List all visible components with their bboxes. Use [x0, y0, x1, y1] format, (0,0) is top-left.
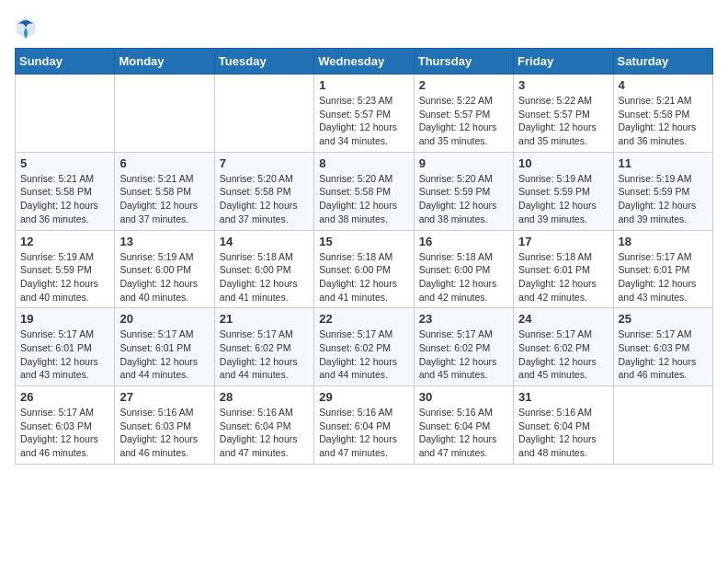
day-number: 22: [319, 312, 408, 326]
cell-sun-info: Sunrise: 5:17 AMSunset: 6:02 PMDaylight:…: [319, 327, 408, 382]
cell-sun-info: Sunrise: 5:18 AMSunset: 6:00 PMDaylight:…: [220, 250, 309, 304]
logo-icon: [15, 15, 37, 40]
calendar-cell: 1Sunrise: 5:23 AMSunset: 5:57 PMDaylight…: [314, 75, 414, 153]
day-number: 11: [619, 156, 708, 170]
calendar-week-row: 19Sunrise: 5:17 AMSunset: 6:01 PMDayligh…: [16, 308, 713, 386]
day-number: 27: [119, 390, 209, 404]
cell-sun-info: Sunrise: 5:19 AMSunset: 6:00 PMDaylight:…: [119, 250, 209, 304]
calendar-week-row: 12Sunrise: 5:19 AMSunset: 5:59 PMDayligh…: [16, 230, 713, 308]
calendar-cell: 8Sunrise: 5:20 AMSunset: 5:58 PMDaylight…: [314, 152, 414, 230]
cell-sun-info: Sunrise: 5:17 AMSunset: 6:01 PMDaylight:…: [619, 250, 708, 304]
day-number: 1: [319, 78, 408, 92]
day-number: 12: [20, 235, 109, 248]
calendar-week-row: 26Sunrise: 5:17 AMSunset: 6:03 PMDayligh…: [16, 386, 713, 465]
day-number: 30: [419, 390, 508, 404]
day-number: 15: [319, 235, 408, 248]
day-number: 17: [518, 235, 608, 248]
calendar-cell: [16, 75, 115, 153]
day-number: 20: [119, 312, 209, 326]
day-number: 9: [419, 156, 508, 170]
cell-sun-info: Sunrise: 5:16 AMSunset: 6:04 PMDaylight:…: [220, 406, 309, 460]
cell-sun-info: Sunrise: 5:17 AMSunset: 6:02 PMDaylight:…: [220, 327, 309, 382]
weekday-header-monday: Monday: [115, 49, 214, 75]
calendar-cell: 3Sunrise: 5:22 AMSunset: 5:57 PMDaylight…: [514, 75, 613, 153]
calendar-cell: 21Sunrise: 5:17 AMSunset: 6:02 PMDayligh…: [214, 308, 313, 386]
cell-sun-info: Sunrise: 5:20 AMSunset: 5:58 PMDaylight:…: [220, 172, 309, 226]
calendar-cell: 16Sunrise: 5:18 AMSunset: 6:00 PMDayligh…: [414, 230, 513, 308]
cell-sun-info: Sunrise: 5:20 AMSunset: 5:59 PMDaylight:…: [419, 172, 508, 226]
calendar-cell: 19Sunrise: 5:17 AMSunset: 6:01 PMDayligh…: [16, 308, 115, 386]
calendar-cell: 25Sunrise: 5:17 AMSunset: 6:03 PMDayligh…: [613, 308, 712, 386]
weekday-header-tuesday: Tuesday: [214, 49, 313, 75]
calendar-cell: 9Sunrise: 5:20 AMSunset: 5:59 PMDaylight…: [414, 152, 513, 230]
day-number: 16: [419, 235, 508, 248]
cell-sun-info: Sunrise: 5:17 AMSunset: 6:02 PMDaylight:…: [518, 327, 608, 382]
calendar-cell: 27Sunrise: 5:16 AMSunset: 6:03 PMDayligh…: [115, 386, 214, 465]
cell-sun-info: Sunrise: 5:19 AMSunset: 5:59 PMDaylight:…: [619, 172, 708, 226]
day-number: 13: [119, 235, 209, 248]
calendar-cell: 31Sunrise: 5:16 AMSunset: 6:04 PMDayligh…: [514, 386, 613, 465]
day-number: 25: [619, 312, 708, 326]
cell-sun-info: Sunrise: 5:20 AMSunset: 5:58 PMDaylight:…: [319, 172, 408, 226]
day-number: 4: [619, 78, 708, 92]
calendar-cell: 12Sunrise: 5:19 AMSunset: 5:59 PMDayligh…: [16, 230, 115, 308]
weekday-header-friday: Friday: [514, 49, 613, 75]
calendar-cell: [613, 386, 712, 465]
cell-sun-info: Sunrise: 5:16 AMSunset: 6:04 PMDaylight:…: [419, 406, 508, 460]
calendar-cell: 23Sunrise: 5:17 AMSunset: 6:02 PMDayligh…: [414, 308, 513, 386]
cell-sun-info: Sunrise: 5:18 AMSunset: 6:01 PMDaylight:…: [518, 250, 608, 304]
day-number: 24: [518, 312, 608, 326]
cell-sun-info: Sunrise: 5:16 AMSunset: 6:03 PMDaylight:…: [119, 406, 209, 460]
calendar-cell: [115, 75, 214, 153]
cell-sun-info: Sunrise: 5:18 AMSunset: 6:00 PMDaylight:…: [419, 250, 508, 304]
calendar-week-row: 5Sunrise: 5:21 AMSunset: 5:58 PMDaylight…: [16, 152, 713, 230]
calendar-cell: 24Sunrise: 5:17 AMSunset: 6:02 PMDayligh…: [514, 308, 613, 386]
cell-sun-info: Sunrise: 5:17 AMSunset: 6:02 PMDaylight:…: [419, 327, 508, 382]
calendar-cell: 10Sunrise: 5:19 AMSunset: 5:59 PMDayligh…: [514, 152, 613, 230]
day-number: 26: [20, 390, 109, 404]
logo: [15, 15, 40, 40]
calendar-cell: 20Sunrise: 5:17 AMSunset: 6:01 PMDayligh…: [115, 308, 214, 386]
day-number: 31: [518, 390, 608, 404]
cell-sun-info: Sunrise: 5:17 AMSunset: 6:03 PMDaylight:…: [20, 406, 109, 460]
day-number: 29: [319, 390, 408, 404]
calendar-cell: 28Sunrise: 5:16 AMSunset: 6:04 PMDayligh…: [214, 386, 313, 465]
day-number: 19: [20, 312, 109, 326]
calendar-cell: 13Sunrise: 5:19 AMSunset: 6:00 PMDayligh…: [115, 230, 214, 308]
day-number: 7: [220, 156, 309, 170]
cell-sun-info: Sunrise: 5:16 AMSunset: 6:04 PMDaylight:…: [518, 406, 608, 460]
calendar-cell: 30Sunrise: 5:16 AMSunset: 6:04 PMDayligh…: [414, 386, 513, 465]
calendar-week-row: 1Sunrise: 5:23 AMSunset: 5:57 PMDaylight…: [16, 75, 713, 153]
weekday-header-thursday: Thursday: [414, 49, 513, 75]
day-number: 2: [419, 78, 508, 92]
calendar-cell: 17Sunrise: 5:18 AMSunset: 6:01 PMDayligh…: [514, 230, 613, 308]
calendar-cell: 14Sunrise: 5:18 AMSunset: 6:00 PMDayligh…: [214, 230, 313, 308]
calendar-cell: 22Sunrise: 5:17 AMSunset: 6:02 PMDayligh…: [314, 308, 414, 386]
page-header: [15, 15, 713, 40]
cell-sun-info: Sunrise: 5:17 AMSunset: 6:01 PMDaylight:…: [20, 327, 109, 382]
day-number: 3: [518, 78, 608, 92]
cell-sun-info: Sunrise: 5:21 AMSunset: 5:58 PMDaylight:…: [119, 172, 209, 226]
calendar-cell: 18Sunrise: 5:17 AMSunset: 6:01 PMDayligh…: [613, 230, 712, 308]
cell-sun-info: Sunrise: 5:16 AMSunset: 6:04 PMDaylight:…: [319, 406, 408, 460]
calendar-cell: 29Sunrise: 5:16 AMSunset: 6:04 PMDayligh…: [314, 386, 414, 465]
calendar-cell: 6Sunrise: 5:21 AMSunset: 5:58 PMDaylight…: [115, 152, 214, 230]
cell-sun-info: Sunrise: 5:21 AMSunset: 5:58 PMDaylight:…: [619, 94, 708, 148]
day-number: 14: [220, 235, 309, 248]
calendar-cell: 26Sunrise: 5:17 AMSunset: 6:03 PMDayligh…: [16, 386, 115, 465]
calendar-cell: 4Sunrise: 5:21 AMSunset: 5:58 PMDaylight…: [613, 75, 712, 153]
weekday-header-saturday: Saturday: [613, 49, 712, 75]
day-number: 10: [518, 156, 608, 170]
cell-sun-info: Sunrise: 5:22 AMSunset: 5:57 PMDaylight:…: [419, 94, 508, 148]
calendar-cell: 15Sunrise: 5:18 AMSunset: 6:00 PMDayligh…: [314, 230, 414, 308]
cell-sun-info: Sunrise: 5:17 AMSunset: 6:01 PMDaylight:…: [119, 327, 209, 382]
weekday-header-wednesday: Wednesday: [314, 49, 414, 75]
calendar-cell: 2Sunrise: 5:22 AMSunset: 5:57 PMDaylight…: [414, 75, 513, 153]
cell-sun-info: Sunrise: 5:23 AMSunset: 5:57 PMDaylight:…: [319, 94, 408, 148]
calendar-cell: [214, 75, 313, 153]
day-number: 18: [619, 235, 708, 248]
cell-sun-info: Sunrise: 5:22 AMSunset: 5:57 PMDaylight:…: [518, 94, 608, 148]
calendar-header-row: SundayMondayTuesdayWednesdayThursdayFrid…: [16, 49, 713, 75]
calendar-table: SundayMondayTuesdayWednesdayThursdayFrid…: [15, 48, 713, 465]
day-number: 21: [220, 312, 309, 326]
